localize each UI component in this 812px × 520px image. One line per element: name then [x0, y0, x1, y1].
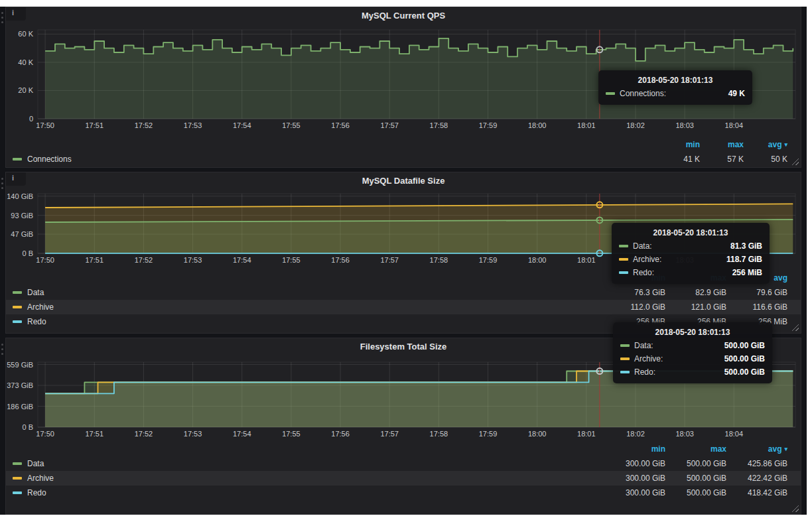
panel-drag-handle[interactable] [1, 344, 3, 346]
stat-max-value: 82.9 GiB [665, 288, 726, 297]
series-color-dash-icon [13, 291, 22, 294]
x-axis-tick-label: 17:54 [233, 430, 251, 438]
legend-sort-min[interactable]: min [656, 140, 700, 149]
legend-row-data: Data 76.3 GiB 82.9 GiB 79.6 GiB [6, 285, 801, 300]
legend-stats-header-row: min max avg▾ [6, 137, 801, 152]
stat-avg-value: 116.6 GiB [726, 302, 787, 312]
x-axis-tick-label: 17:58 [430, 121, 448, 129]
legend-sort-avg[interactable]: avg▾ [744, 140, 787, 149]
series-color-dash-icon [619, 245, 628, 247]
y-axis-tick-label: 60 K [18, 30, 33, 38]
series-color-dash-icon [13, 477, 22, 480]
y-axis-tick-label: 47 GiB [11, 230, 33, 238]
tooltip-series-label: Redo: [634, 367, 655, 377]
tooltip-series-label: Redo: [633, 268, 654, 277]
series-color-dash-icon [13, 158, 22, 161]
legend-row-data: Data 300.00 GiB 500.00 GiB 425.86 GiB [6, 456, 801, 471]
x-axis-tick-label: 18:04 [725, 430, 744, 438]
stat-max-value: 57 K [700, 155, 744, 164]
x-axis-tick-label: 17:50 [36, 121, 54, 129]
series-color-dash-icon [13, 306, 22, 308]
y-axis-tick-label: 140 GiB [7, 192, 33, 200]
stat-max-value: 500.00 GiB [665, 474, 726, 483]
stat-max-value: 121.0 GiB [665, 302, 726, 312]
sort-label: avg [768, 444, 782, 454]
legend-sort-avg[interactable]: avg▾ [726, 444, 787, 454]
x-axis-tick-label: 17:51 [86, 256, 104, 264]
x-axis-tick-label: 17:58 [430, 256, 448, 264]
y-axis-tick-label: 0 [29, 115, 33, 123]
hover-tooltip-filesystem: 2018-05-20 18:01:13 Data: 500.00 GiB Arc… [613, 322, 772, 383]
x-axis-tick-label: 17:51 [86, 121, 104, 129]
x-axis-tick-label: 17:55 [282, 430, 301, 438]
series-color-dash-icon [606, 92, 615, 95]
legend-row-archive: Archive 112.0 GiB 121.0 GiB 116.6 GiB [6, 300, 801, 314]
x-axis-tick-label: 17:55 [282, 121, 301, 129]
legend-series-toggle-archive[interactable]: Archive [13, 302, 604, 312]
legend-series-toggle-redo[interactable]: Redo [13, 317, 604, 326]
legend-series-toggle-data[interactable]: Data [13, 459, 604, 468]
y-axis-tick-label: 559 GiB [7, 361, 33, 369]
x-axis-tick-label: 18:00 [528, 430, 547, 438]
x-axis-tick-label: 18:04 [725, 121, 744, 129]
legend-sort-min[interactable]: min [604, 444, 665, 454]
stat-min-value: 300.00 GiB [604, 459, 665, 468]
y-axis-tick-label: 20 K [18, 86, 33, 94]
series-name: Redo [27, 317, 46, 326]
tooltip-row: Archive: 118.7 GiB [619, 255, 762, 264]
legend-series-toggle-redo[interactable]: Redo [13, 488, 604, 497]
tooltip-row: Redo: 256 MiB [619, 268, 762, 277]
x-axis-tick-label: 17:57 [380, 121, 399, 129]
x-axis-tick-label: 17:59 [479, 256, 498, 264]
series-color-dash-icon [13, 491, 22, 494]
tooltip-series-value: 500.00 GiB [711, 367, 765, 377]
x-axis-tick-label: 17:53 [184, 121, 202, 129]
series-color-dash-icon [619, 258, 628, 261]
chevron-down-icon: ▾ [784, 141, 787, 148]
tooltip-timestamp: 2018-05-20 18:01:13 [606, 76, 745, 85]
panel-title[interactable]: MySQL Current QPS [6, 11, 801, 21]
panel-drag-handle[interactable] [1, 12, 3, 14]
legend-series-toggle-archive[interactable]: Archive [13, 474, 604, 483]
x-axis-tick-label: 18:01 [577, 430, 596, 438]
tooltip-timestamp: 2018-05-20 18:01:13 [620, 328, 765, 337]
series-name: Data [27, 288, 44, 297]
sort-label: avg [774, 273, 787, 283]
legend: min max avg▾ Connections 41 K 57 K 50 K [6, 137, 801, 166]
stat-min-value: 41 K [656, 155, 700, 164]
tooltip-series-value: 81.3 GiB [717, 241, 762, 251]
panel-drag-handle[interactable] [1, 178, 3, 180]
chevron-down-icon: ▾ [784, 446, 787, 452]
legend: min max avg▾ Data 300.00 GiB 500.00 GiB … [6, 442, 801, 500]
tooltip-series-label: Archive: [633, 255, 661, 264]
stat-min-value: 300.00 GiB [604, 488, 665, 497]
stat-min-value: 112.0 GiB [604, 302, 665, 312]
legend-row-archive: Archive 300.00 GiB 500.00 GiB 422.42 GiB [6, 471, 801, 486]
legend-sort-max[interactable]: max [700, 140, 744, 149]
x-axis-tick-label: 17:54 [233, 121, 251, 129]
series-color-dash-icon [13, 462, 22, 465]
panel-resize-handle[interactable] [791, 505, 799, 512]
legend-series-toggle-data[interactable]: Data [13, 288, 604, 297]
hover-tooltip-datafile: 2018-05-20 18:01:13 Data: 81.3 GiB Archi… [612, 223, 770, 284]
legend-series-toggle-connections[interactable]: Connections [13, 155, 656, 164]
panel-title[interactable]: MySQL Datafile Size [6, 176, 801, 186]
x-axis-tick-label: 18:00 [528, 121, 547, 129]
series-color-dash-icon [620, 358, 630, 360]
series-color-dash-icon [620, 344, 630, 347]
series-color-dash-icon [13, 320, 22, 323]
y-axis-tick-label: 186 GiB [7, 403, 33, 411]
x-axis-tick-label: 18:01 [577, 121, 596, 129]
x-axis-tick-label: 17:57 [380, 430, 399, 438]
x-axis-tick-label: 17:59 [479, 121, 498, 129]
stat-avg-value: 418.42 GiB [726, 488, 787, 497]
y-axis-tick-label: 0 B [22, 423, 33, 431]
x-axis-tick-label: 18:00 [528, 256, 547, 264]
x-axis-tick-label: 17:53 [184, 430, 202, 438]
tooltip-row: Redo: 500.00 GiB [620, 367, 765, 377]
series-name: Data [27, 459, 44, 468]
legend-sort-max[interactable]: max [665, 444, 726, 454]
stat-max-value: 500.00 GiB [665, 459, 726, 468]
tooltip-series-value: 49 K [715, 89, 745, 98]
sort-label: avg [768, 140, 782, 149]
